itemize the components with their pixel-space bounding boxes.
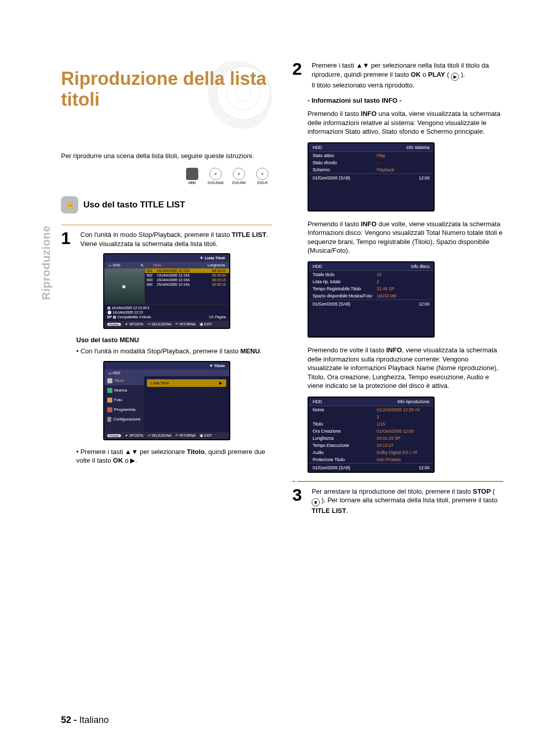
side-tab-label: Riproduzione — [40, 225, 53, 300]
step-1: 1 Con l'unità in modo Stop/Playback, pre… — [61, 230, 272, 248]
osd-menu-item: Musica — [104, 386, 144, 396]
info-para-2: Premendo il tasto INFO due volte, viene … — [308, 220, 503, 255]
step-text: Premere i tasti ▲▼ per selezionare nella… — [312, 61, 503, 89]
stop-icon: ■ — [312, 498, 320, 506]
step-number: 2 — [292, 61, 307, 77]
menu-sub-heading: Uso del tasto MENU — [76, 336, 272, 344]
section-heading: Uso del tasto TITLE LIST — [83, 200, 185, 210]
step-text: Per arrestare la riproduzione del titolo… — [312, 487, 503, 516]
step-number: 1 — [61, 230, 75, 246]
osd-menu-item: Programma — [104, 405, 144, 415]
osd-rows: 00118/JAN/2005 12:15A00:10:21 00219/JAN/… — [145, 268, 229, 304]
osd-row: 00118/JAN/2005 12:15A00:10:21 — [145, 268, 229, 273]
media-icon-dvd-ram: DVD-RAM — [206, 168, 225, 185]
page-number: 52 - — [61, 715, 77, 725]
page: Riproduzione Riproduzione della lista ti… — [0, 0, 549, 756]
page-footer: 52 - Italiano — [61, 715, 109, 725]
step-number: 3 — [292, 487, 307, 503]
osd-menu: ✦ Titolo ▭ HDD Titolo Musica Foto Progra… — [103, 361, 230, 440]
remote-button-icon: ☝ — [61, 196, 78, 214]
media-icon-hdd: HDD — [182, 168, 202, 185]
step-text: Con l'unità in modo Stop/Playback, preme… — [80, 230, 268, 248]
section-heading-row: ☝ Uso del tasto TITLE LIST — [61, 196, 272, 214]
osd-menu-selected: Lista Titoli▶ — [147, 379, 226, 387]
info-para-3: Premendo tre volte il tasto INFO, viene … — [308, 346, 503, 390]
media-icon-dvd-rw: DVD-RW — [229, 168, 249, 185]
osd-info-disc: HDDInfo disco Totale titolo15 Lista rip.… — [308, 261, 435, 338]
page-language: Italiano — [79, 715, 109, 725]
info-heading: - Informazioni sul tasto INFO - — [308, 97, 503, 104]
right-column: 2 Premere i tasti ▲▼ per selezionare nel… — [292, 61, 503, 521]
osd-row: 00320/JAN/2005 12:15A00:20:15 — [145, 278, 229, 282]
osd-menu-item: Configurazione — [104, 415, 144, 425]
osd-title-list: ✦ Lista Titoli ▭ HDD N. Titolo Lunghezza… — [103, 253, 230, 329]
intro-text: Per riprodurre una scena della lista tit… — [61, 152, 272, 161]
menu-bullet-1: • Con l'unità in modalità Stop/Playback,… — [76, 347, 272, 356]
page-title: Riproduzione della lista titoli — [61, 61, 272, 110]
osd-menu-item: Foto — [104, 396, 144, 405]
menu-bullet-2: • Premere i tasti ▲▼ per selezionare Tit… — [76, 447, 272, 465]
left-column: Riproduzione della lista titoli Per ripr… — [61, 61, 272, 521]
osd-info-system: HDDInfo sistema Stato attivoPlay Stato s… — [308, 142, 435, 211]
step-3: 3 Per arrestare la riproduzione del tito… — [292, 487, 503, 516]
osd-row: 00425/JAN/2005 12:15A00:50:16 — [145, 282, 229, 287]
osd-row: 00219/JAN/2005 12:15A00:40:03 — [145, 273, 229, 278]
media-icons-row: HDD DVD-RAM DVD-RW DVD-R — [61, 168, 272, 185]
title-box: Riproduzione della lista titoli — [61, 61, 272, 142]
divider — [61, 225, 272, 226]
osd-menu-item: Titolo — [104, 376, 144, 386]
media-icon-dvd-r: DVD-R — [253, 168, 272, 185]
play-icon: ▶ — [451, 73, 459, 81]
divider — [292, 481, 503, 482]
info-para-1: Premendo il tasto INFO una volta, viene … — [308, 109, 503, 136]
osd-preview-thumb: ▣ — [104, 268, 145, 304]
step-2: 2 Premere i tasti ▲▼ per selezionare nel… — [292, 61, 503, 89]
osd-info-playback: HDDInfo riproduzione Nome01/JAN/2005 12:… — [308, 397, 435, 473]
